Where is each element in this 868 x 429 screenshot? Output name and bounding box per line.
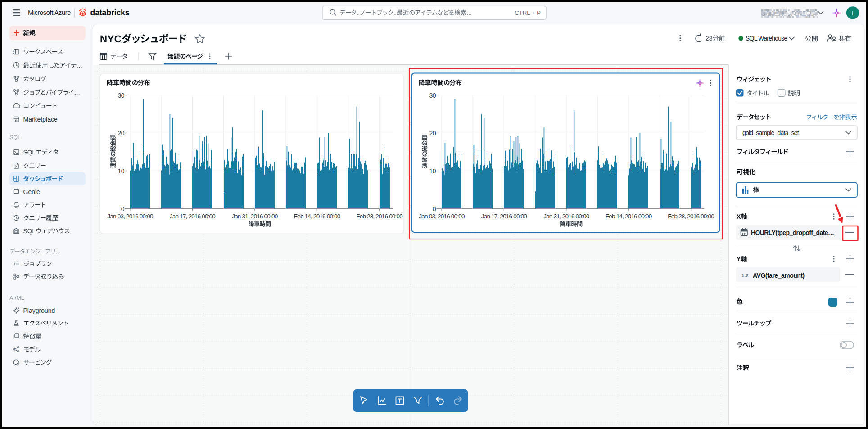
svg-text:gold_sample_data_set: gold_sample_data_set — [742, 129, 799, 136]
svg-text:SQL Warehouse: SQL Warehouse — [746, 35, 787, 42]
svg-text:databricks: databricks — [90, 8, 130, 17]
svg-text:I: I — [852, 10, 854, 17]
svg-text:20: 20 — [118, 130, 124, 137]
svg-text:Microsoft Azure: Microsoft Azure — [28, 9, 71, 16]
svg-text:CTRL + P: CTRL + P — [515, 9, 541, 16]
svg-text:Feb 14, 2016 00:00: Feb 14, 2016 00:00 — [294, 213, 340, 220]
svg-text:Jan 17, 2016 00:00: Jan 17, 2016 00:00 — [170, 213, 215, 220]
svg-text:0: 0 — [121, 205, 125, 212]
svg-text:10: 10 — [118, 167, 124, 175]
svg-text:Playground: Playground — [23, 307, 55, 314]
svg-text:30: 30 — [118, 92, 124, 99]
svg-text:1.2: 1.2 — [741, 273, 748, 278]
svg-text:Genie: Genie — [23, 188, 41, 195]
svg-text:Jan 31, 2016 00:00: Jan 31, 2016 00:00 — [232, 213, 277, 220]
svg-text:AVG(fare_amount): AVG(fare_amount) — [753, 272, 805, 279]
svg-text:Marketplace: Marketplace — [23, 116, 58, 123]
svg-text:Feb 28, 2016 00:00: Feb 28, 2016 00:00 — [356, 213, 402, 220]
svg-text:HOURLY(tpep_dropoff_date…: HOURLY(tpep_dropoff_date… — [751, 229, 834, 236]
svg-text:Jan 03, 2016 00:00: Jan 03, 2016 00:00 — [107, 213, 153, 220]
